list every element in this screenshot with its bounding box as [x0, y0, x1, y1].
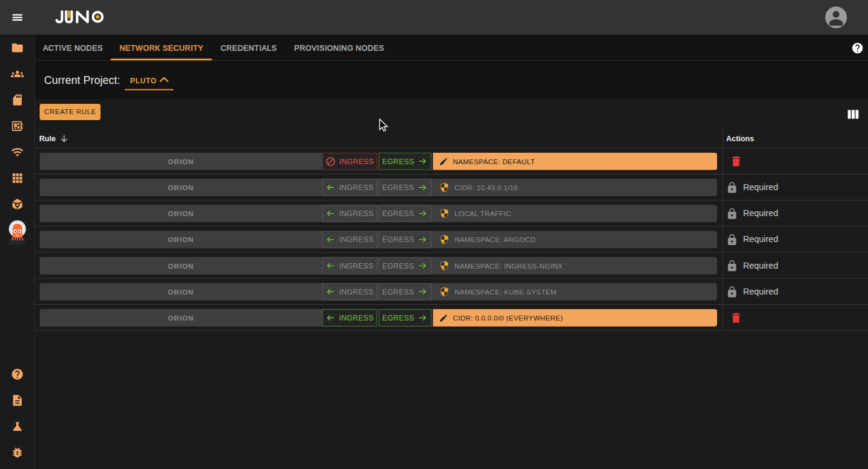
svg-text:argo: argo — [9, 238, 26, 246]
